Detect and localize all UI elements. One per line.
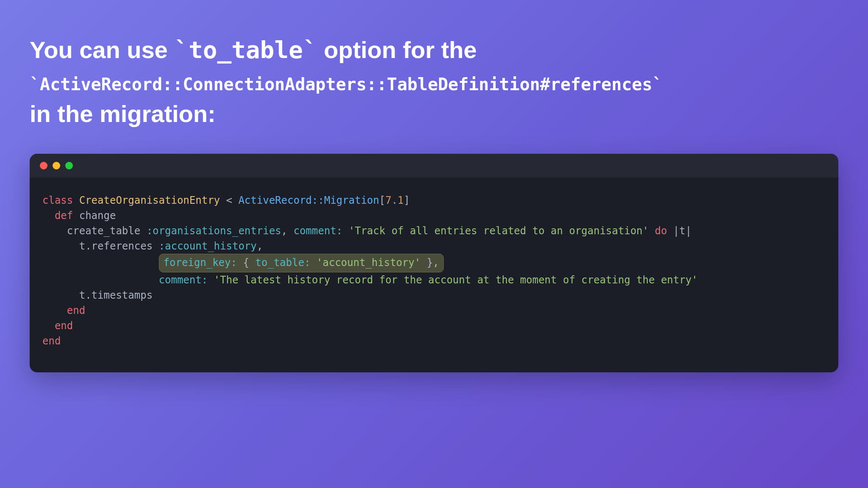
- call-references: t.references: [79, 240, 153, 252]
- class-name: CreateOrganisationEntry: [79, 194, 220, 206]
- pipe-open: |: [673, 225, 679, 237]
- const-migration: ActiveRecord::Migration: [238, 194, 379, 206]
- highlight-pill: foreign_key: { to_table: 'account_histor…: [159, 254, 444, 272]
- heading-text-3: in the migration:: [30, 100, 216, 127]
- kw-end-1: end: [67, 305, 85, 316]
- param-t: t: [679, 225, 685, 237]
- close-icon[interactable]: [40, 162, 47, 169]
- kw-end-2: end: [55, 320, 73, 332]
- lt: <: [226, 194, 232, 206]
- key-fk: foreign_key:: [164, 257, 237, 269]
- key-comment: comment:: [293, 225, 342, 237]
- sym-org-entries: :organisations_entries: [147, 225, 281, 237]
- heading-code-2: `ActiveRecord::ConnectionAdapters::Table…: [30, 75, 662, 94]
- minimize-icon[interactable]: [53, 162, 60, 169]
- call-timestamps: t.timestamps: [79, 289, 153, 301]
- kw-do: do: [655, 225, 667, 237]
- window-titlebar: [30, 154, 838, 177]
- brace-close: }: [427, 257, 433, 269]
- key-comment-2: comment:: [159, 274, 208, 286]
- code-body: class CreateOrganisationEntry < ActiveRe…: [30, 177, 838, 372]
- str-track: 'Track of all entries related to an orga…: [348, 225, 648, 237]
- str-latest-history: 'The latest history record for the accou…: [214, 274, 698, 286]
- call-create-table: create_table: [67, 225, 140, 237]
- heading: You can use `to_table` option for the `A…: [30, 34, 838, 130]
- bracket-open: [: [379, 194, 385, 206]
- heading-text-1: You can use: [30, 36, 174, 63]
- version: 7.1: [385, 194, 403, 206]
- kw-class: class: [42, 194, 73, 206]
- heading-code-1: `to_table`: [174, 36, 317, 64]
- kw-def: def: [55, 210, 73, 222]
- heading-text-2: option for the: [317, 36, 476, 63]
- comma-2: ,: [257, 240, 263, 252]
- kw-end-3: end: [42, 335, 61, 347]
- maximize-icon[interactable]: [65, 162, 73, 169]
- bracket-close: ]: [404, 194, 410, 206]
- sym-account-history: :account_history: [159, 240, 257, 252]
- method-name: change: [79, 210, 116, 222]
- pipe-close: |: [685, 225, 691, 237]
- comma-1: ,: [281, 225, 287, 237]
- str-account-history: 'account_history': [317, 257, 421, 269]
- key-to-table: to_table:: [255, 257, 310, 269]
- code-window: class CreateOrganisationEntry < ActiveRe…: [30, 154, 838, 372]
- comma-3: ,: [433, 257, 439, 269]
- brace-open: {: [243, 257, 249, 269]
